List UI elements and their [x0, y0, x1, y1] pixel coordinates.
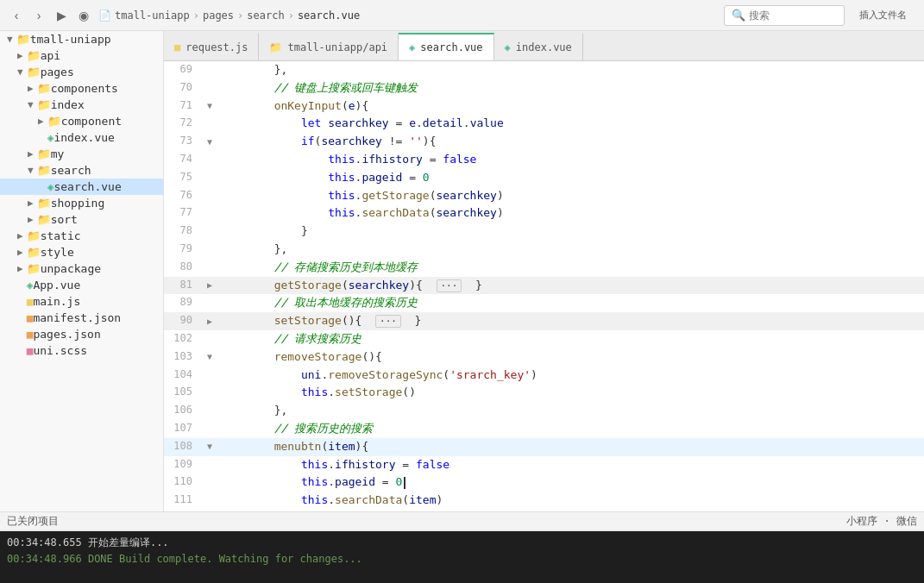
top-bar: ‹ › ▶ ◉ 📄 tmall-uniapp › pages › search …	[0, 0, 924, 31]
code-line-69: 69 },	[164, 61, 924, 79]
code-line-77: 77 this.searchData(searchkey)	[164, 204, 924, 223]
code-line-79: 79 },	[164, 241, 924, 259]
line-code: this.setStorage()	[217, 384, 924, 402]
sidebar-item-index-vue[interactable]: ▶ ◈ index.vue	[0, 129, 163, 146]
line-number: 77	[164, 204, 203, 223]
line-gutter-71[interactable]: ▼	[203, 97, 217, 116]
sidebar-item-my[interactable]: ▶ 📁 my	[0, 146, 163, 162]
breadcrumb: 📄 tmall-uniapp › pages › search › search…	[98, 9, 719, 22]
breadcrumb-sep1: ›	[193, 9, 199, 22]
search-input[interactable]	[749, 9, 837, 22]
refresh-button[interactable]: ▶	[52, 6, 71, 25]
sidebar-item-root[interactable]: ▼ 📁 tmall-uniapp	[0, 31, 163, 47]
tab-index-vue[interactable]: ◈ index.vue	[494, 33, 583, 60]
terminal-line2: 00:34:48.966 DONE Build complete. Watchi…	[7, 551, 917, 567]
chevron-right-icon-static: ▶	[17, 230, 23, 241]
chevron-down-icon-index: ▼	[28, 99, 34, 110]
folder-tab-icon: 📁	[269, 41, 282, 53]
line-code: // 键盘上搜索或回车键触发	[217, 79, 924, 97]
insert-file-button[interactable]: 插入文件名	[848, 6, 917, 25]
line-gutter	[203, 492, 217, 510]
sidebar-item-search[interactable]: ▼ 📁 search	[0, 162, 163, 179]
code-line-102: 102 // 请求搜索历史	[164, 330, 924, 348]
line-number: 107	[164, 420, 203, 438]
chevron-right-icon: ▶	[17, 50, 23, 61]
terminal-text2: 00:34:48.966 DONE Build complete. Watchi…	[7, 553, 362, 565]
spacer-icon5: ▶	[17, 312, 23, 323]
search-box[interactable]: 🔍	[724, 5, 845, 26]
collapsed-block2[interactable]: ···	[375, 315, 401, 328]
terminal: 00:34:48.655 开始差量编译... 00:34:48.966 DONE…	[0, 531, 924, 583]
line-number: 105	[164, 384, 203, 402]
line-gutter	[203, 367, 217, 385]
breadcrumb-search[interactable]: search	[247, 9, 284, 22]
sidebar-item-uni-scss[interactable]: ▶ ■ uni.scss	[0, 342, 163, 359]
sidebar-item-shopping[interactable]: ▶ 📁 shopping	[0, 195, 163, 211]
chevron-right-icon-shopping: ▶	[28, 197, 34, 209]
folder-icon-unpackage: 📁	[27, 262, 41, 275]
line-gutter-81[interactable]: ▶	[203, 277, 217, 295]
line-gutter-90[interactable]: ▶	[203, 312, 217, 330]
sidebar-mainjs-label: main.js	[33, 295, 80, 308]
folder-icon-style: 📁	[27, 246, 41, 259]
line-code: this.ifhistory = false	[217, 456, 924, 474]
vue-file-icon: ◈	[47, 131, 54, 144]
tab-request-js[interactable]: ■ request.js	[164, 33, 259, 60]
line-gutter	[203, 223, 217, 241]
back-button[interactable]: ‹	[7, 6, 26, 25]
sidebar-item-style[interactable]: ▶ 📁 style	[0, 244, 163, 260]
sidebar-item-search-vue[interactable]: ▶ ◈ search.vue	[0, 179, 163, 195]
sidebar-item-api[interactable]: ▶ 📁 api	[0, 47, 163, 64]
code-line-103: 103 ▼ removeStorage(){	[164, 348, 924, 367]
sidebar-item-pages[interactable]: ▼ 📁 pages	[0, 64, 163, 80]
line-code: },	[217, 61, 924, 79]
code-line-74: 74 this.ifhistory = false	[164, 151, 924, 169]
line-gutter-108[interactable]: ▼	[203, 438, 217, 456]
line-code: this.searchData(item)	[217, 492, 924, 510]
line-number: 75	[164, 169, 203, 187]
debug-button[interactable]: ◉	[74, 6, 93, 25]
line-code: },	[217, 241, 924, 259]
tab-api[interactable]: 📁 tmall-uniapp/api	[259, 33, 399, 60]
sidebar-item-components[interactable]: ▶ 📁 components	[0, 80, 163, 97]
breadcrumb-pages[interactable]: pages	[203, 9, 234, 22]
line-gutter-73[interactable]: ▼	[203, 133, 217, 151]
sidebar-indexvue-label: index.vue	[53, 131, 114, 144]
chevron-right-icon-components: ▶	[28, 83, 34, 94]
sidebar-item-static[interactable]: ▶ 📁 static	[0, 228, 163, 244]
sidebar-my-label: my	[51, 147, 65, 160]
sidebar-item-unpackage[interactable]: ▶ 📁 unpackage	[0, 260, 163, 277]
sidebar-item-app-vue[interactable]: ▶ ◈ App.vue	[0, 277, 163, 293]
sidebar-pagesjson-label: pages.json	[33, 328, 100, 341]
code-line-81: 81 ▶ getStorage(searchkey){ ··· }	[164, 277, 924, 295]
line-gutter	[203, 151, 217, 169]
sidebar-item-pages-json[interactable]: ▶ ■ pages.json	[0, 326, 163, 342]
sidebar-uniscss-label: uni.scss	[33, 344, 87, 357]
chevron-down-icon-search: ▼	[28, 165, 34, 176]
line-code: uni.removeStorageSync('srarch_key')	[217, 367, 924, 385]
sidebar-item-sort[interactable]: ▶ 📁 sort	[0, 211, 163, 228]
line-gutter	[203, 204, 217, 223]
line-code: // 搜索历史的搜索	[217, 420, 924, 438]
vue-file-icon3: ◈	[27, 279, 34, 292]
forward-button[interactable]: ›	[29, 6, 48, 25]
code-line-104: 104 uni.removeStorageSync('srarch_key')	[164, 367, 924, 385]
folder-icon-shopping: 📁	[37, 197, 51, 210]
folder-icon-sort: 📁	[37, 213, 51, 226]
code-line-90: 90 ▶ setStorage(){ ··· }	[164, 312, 924, 330]
code-editor[interactable]: 69 }, 70 // 键盘上搜索或回车键触发 71 ▼ onKeyInput(…	[164, 61, 924, 511]
code-line-108: 108 ▼ menubtn(item){	[164, 438, 924, 456]
line-number: 70	[164, 79, 203, 97]
code-line-75: 75 this.pageid = 0	[164, 169, 924, 187]
sidebar-item-index[interactable]: ▼ 📁 index	[0, 97, 163, 113]
line-number: 90	[164, 312, 203, 330]
line-gutter-103[interactable]: ▼	[203, 348, 217, 367]
breadcrumb-root[interactable]: tmall-uniapp	[115, 9, 190, 22]
vue-file-icon2: ◈	[47, 180, 54, 193]
sidebar-item-component[interactable]: ▶ 📁 component	[0, 113, 163, 129]
collapsed-block[interactable]: ···	[437, 279, 462, 292]
sidebar-item-manifest[interactable]: ▶ ■ manifest.json	[0, 310, 163, 326]
sidebar-unpackage-label: unpackage	[41, 262, 101, 275]
tab-search-vue[interactable]: ◈ search.vue	[399, 33, 493, 60]
sidebar-item-main-js[interactable]: ▶ ■ main.js	[0, 293, 163, 310]
